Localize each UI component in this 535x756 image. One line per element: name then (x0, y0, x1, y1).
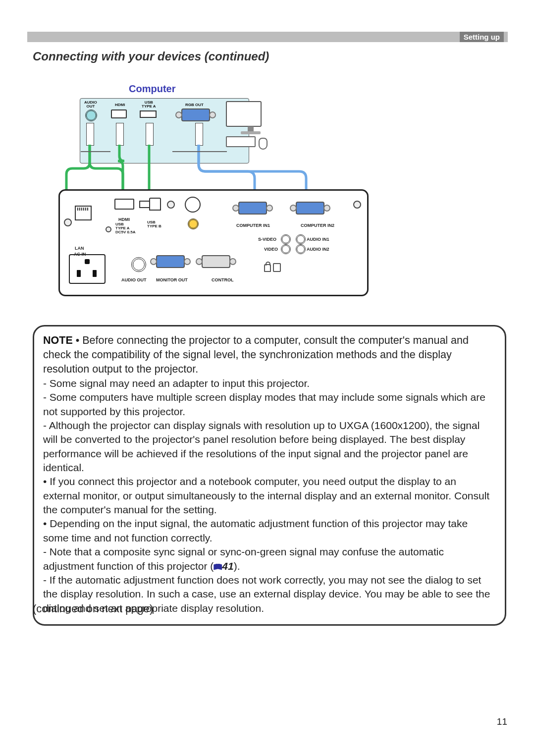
label-lan: LAN (75, 246, 84, 251)
port-video-rca (188, 218, 199, 229)
label-computer-in2: COMPUTER IN2 (301, 223, 334, 228)
label-video: VIDEO (264, 247, 278, 252)
projector-port-panel: LAN AC IN HDMI USB TYPE A DC5V 0.5A USB … (58, 189, 369, 296)
port-monitor-out (156, 255, 185, 268)
chapter-chip: Setting up (460, 32, 504, 42)
label-ac-in: AC IN (74, 252, 86, 257)
label-s-video: S-VIDEO (258, 237, 276, 242)
power-led (106, 226, 111, 232)
note-p2: • If you connect this projector and a no… (43, 476, 489, 515)
port-ac-in (69, 254, 106, 284)
label-audio-in1: AUDIO IN1 (307, 237, 329, 242)
port-computer-in2 (296, 202, 324, 215)
label-monitor-out: MONITOR OUT (156, 278, 188, 282)
label-proj-usb-b: USB TYPE B (147, 220, 161, 228)
note-label: NOTE (43, 334, 73, 346)
port-audio-in1 (296, 234, 306, 244)
port-proj-usb-b (149, 198, 161, 211)
port-video-mini (281, 244, 291, 254)
note-p3: • Depending on the input signal, the aut… (43, 518, 468, 543)
note-p1: • Before connecting the projector to a c… (43, 334, 469, 375)
port-control (202, 255, 230, 268)
page-ref-41: 41 (222, 560, 233, 572)
port-computer-in1 (238, 202, 267, 215)
label-proj-usb-a: USB TYPE A DC5V 0.5A (115, 222, 135, 234)
label-audio-out: AUDIO OUT (121, 278, 147, 282)
note-box: NOTE • Before connecting the projector t… (33, 325, 506, 626)
lock-icon (264, 264, 271, 272)
note-b4a: - Note that a composite sync signal or s… (43, 546, 444, 571)
port-audio-in2 (296, 244, 306, 254)
port-s-video-mini (281, 234, 291, 244)
note-b2: - Some computers have multiple screen di… (43, 391, 485, 417)
port-lan (75, 206, 92, 220)
kensington-slot (273, 263, 281, 272)
header-bar: Setting up (27, 32, 508, 42)
page-number: 11 (497, 716, 507, 727)
section-title: Connecting with your devices (continued) (33, 50, 269, 63)
continued-note: (continued on next page) (33, 602, 153, 615)
label-control: CONTROL (212, 278, 234, 282)
connection-diagram: Computer AUDIO OUT HDMI USB TYPE A RGB O… (58, 79, 375, 307)
book-icon (214, 564, 222, 570)
label-audio-in2: AUDIO IN2 (307, 247, 329, 252)
label-computer-in1: COMPUTER IN1 (236, 223, 270, 228)
note-b3: - Although the projector can display sig… (43, 420, 480, 473)
port-s-video (185, 197, 201, 213)
port-audio-out (131, 257, 146, 272)
note-b4b: ). (234, 560, 240, 572)
port-proj-hdmi (114, 199, 134, 210)
note-b1: - Some signal may need an adapter to inp… (43, 377, 496, 390)
label-proj-hdmi: HDMI (118, 217, 130, 222)
